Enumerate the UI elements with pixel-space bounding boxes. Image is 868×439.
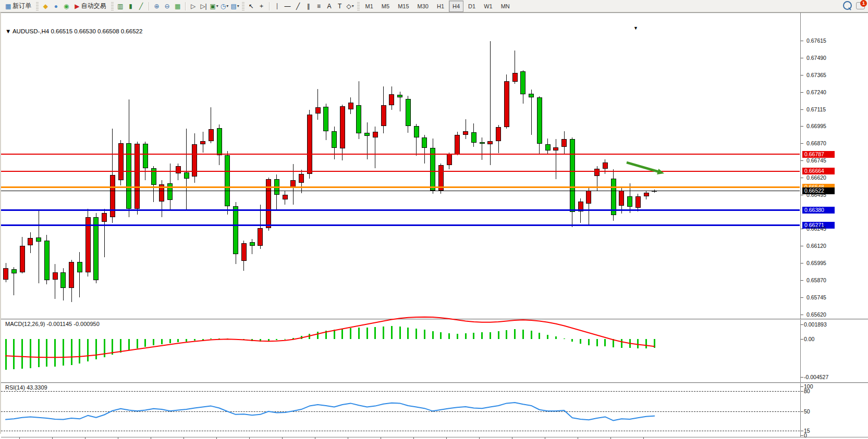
contacts-icon[interactable]: ●	[51, 1, 61, 11]
text-icon[interactable]: A	[324, 1, 335, 11]
bar-chart-mode-icon[interactable]: ▥	[115, 1, 126, 11]
dropdown-arrow-icon[interactable]: ▾	[352, 4, 354, 8]
toolbar-button-label: 新订单	[13, 2, 31, 10]
equidistant-channel-icon[interactable]: ∥	[303, 1, 314, 11]
timeframe-button-mn[interactable]: MN	[497, 1, 514, 12]
collapse-arrow-icon[interactable]: ▼	[5, 28, 11, 34]
macd-histogram-bar	[325, 331, 327, 340]
candle	[11, 269, 17, 273]
rsi-axis-tick	[801, 431, 803, 431]
candle	[184, 172, 189, 179]
line-chart-mode-icon[interactable]: ╱	[136, 1, 146, 11]
arrows-icon[interactable]: ◇▾	[345, 1, 356, 11]
candle	[545, 144, 551, 150]
macd-histogram-bar	[366, 328, 368, 340]
macd-histogram-bar	[399, 327, 401, 339]
line-chart-mode-icon: ╱	[139, 3, 143, 10]
macd-histogram-bar	[21, 339, 23, 369]
candle	[389, 94, 394, 105]
candle	[283, 195, 288, 199]
search-icon[interactable]	[843, 1, 852, 10]
text-label-icon: T	[338, 3, 341, 10]
macd-histogram-bar	[63, 339, 64, 366]
price-axis-label: 0.66120	[806, 243, 826, 249]
new-chart-icon[interactable]: ▣▾	[209, 1, 219, 11]
macd-axis-label: 0.00	[804, 336, 814, 342]
vertical-line-icon[interactable]: ｜	[272, 1, 283, 11]
notifications-icon[interactable]: 1	[856, 2, 865, 9]
chart-shift-icon[interactable]: ▷|	[199, 1, 209, 11]
price-axis-tick	[801, 58, 803, 58]
macd-label: MACD(12,26,9) -0.001145 -0.000950	[5, 321, 100, 327]
candle	[537, 97, 542, 144]
macd-histogram-bar	[473, 333, 474, 339]
price-axis-label: 0.66745	[806, 157, 826, 164]
price-axis-label: 0.67615	[806, 37, 826, 44]
gold-icon[interactable]: ◆	[40, 1, 51, 11]
macd-histogram-bar	[87, 339, 89, 361]
timeframe-button-h4[interactable]: H4	[449, 1, 463, 12]
candle-wick	[482, 137, 482, 160]
chart-symbol-period: AUDUSD-,H4	[13, 28, 49, 34]
auto-scroll-icon[interactable]: ▷	[188, 1, 199, 11]
timeframe-button-d1[interactable]: D1	[464, 1, 479, 12]
dropdown-arrow-icon[interactable]: ▾	[237, 4, 239, 8]
zoom-out-icon[interactable]: ⊖	[162, 1, 173, 11]
macd-histogram-bar	[284, 339, 286, 340]
new-order-button[interactable]: ▦新订单	[2, 1, 34, 12]
macd-histogram-bar	[514, 329, 516, 339]
price-axis-tick	[801, 315, 803, 315]
candle	[241, 243, 247, 261]
rsi-axis-label: 50	[804, 408, 810, 415]
price-line-badge: 0.66380	[802, 207, 835, 214]
text-icon: A	[327, 3, 332, 10]
vertical-line-icon: ｜	[274, 2, 280, 10]
zoom-in-icon[interactable]: ⊕	[152, 1, 162, 11]
macd-histogram-bar	[604, 339, 606, 346]
fibonacci-icon[interactable]: ≡	[314, 1, 324, 11]
macd-histogram-bar	[596, 339, 598, 346]
panel-separator	[1, 319, 868, 320]
timeframe-button-m15[interactable]: M15	[394, 1, 412, 12]
price-axis-tick	[801, 143, 803, 144]
dropdown-arrow-icon[interactable]: ▾	[216, 4, 218, 8]
rsi-axis-label: 80	[804, 388, 810, 394]
timeframe-button-h1[interactable]: H1	[433, 1, 448, 12]
macd-histogram-bar	[38, 339, 40, 367]
macd-histogram-bar	[79, 339, 80, 363]
price-axis-tick	[801, 92, 803, 93]
candle	[77, 262, 82, 272]
timeframe-button-m1[interactable]: M1	[362, 1, 377, 12]
cursor-icon[interactable]: ↖	[246, 1, 256, 11]
fibonacci-icon: ≡	[317, 3, 321, 10]
templates-icon[interactable]: ▤▾	[230, 1, 240, 11]
macd-histogram-bar	[374, 327, 376, 339]
price-axis-label: 0.65620	[806, 311, 826, 318]
macd-axis-tick	[801, 377, 803, 378]
price-axis-tick	[801, 75, 803, 76]
macd-histogram-bar	[46, 339, 47, 367]
macd-histogram-bar	[391, 326, 393, 339]
periods-clock-icon[interactable]: ◷▾	[219, 1, 230, 11]
candlestick-mode-icon[interactable]: ▮	[126, 1, 136, 11]
trendline-icon[interactable]: ╱	[293, 1, 303, 11]
candle	[463, 131, 468, 135]
rsi-axis-label: 0	[804, 432, 807, 438]
timeframe-button-w1[interactable]: W1	[480, 1, 496, 12]
gold-icon: ◆	[43, 3, 48, 10]
macd-axis-tick	[801, 324, 803, 325]
signal-icon[interactable]: ◉	[61, 1, 71, 11]
candle	[594, 169, 600, 175]
crosshair-icon[interactable]: ＋	[256, 1, 267, 11]
chart-shift-marker[interactable]: ▼	[633, 26, 638, 31]
macd-histogram-bar	[334, 330, 335, 339]
autotrading-button[interactable]: ▶自动交易	[71, 1, 109, 12]
horizontal-line-icon[interactable]: —	[283, 1, 293, 11]
rsi-grid-dashed-line	[1, 391, 800, 392]
toolbar-button-label: 自动交易	[81, 2, 106, 10]
timeframe-button-m5[interactable]: M5	[378, 1, 393, 12]
tile-windows-icon[interactable]: ▦	[173, 1, 183, 11]
timeframe-button-m30[interactable]: M30	[414, 1, 432, 12]
dropdown-arrow-icon[interactable]: ▾	[226, 4, 228, 8]
text-label-icon[interactable]: T	[335, 1, 345, 11]
